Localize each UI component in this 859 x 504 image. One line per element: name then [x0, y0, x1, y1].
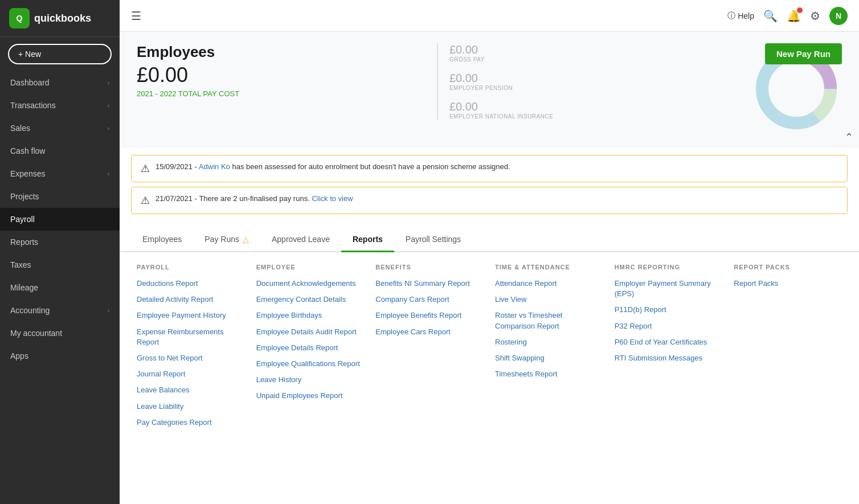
- report-link-1-2[interactable]: Employee Birthdays: [256, 310, 365, 321]
- report-link-0-1[interactable]: Detailed Activity Report: [137, 294, 245, 305]
- report-link-0-4[interactable]: Gross to Net Report: [137, 353, 245, 363]
- report-link-0-0[interactable]: Deductions Report: [137, 278, 245, 289]
- stat-label-1: EMPLOYER PENSION: [449, 85, 553, 91]
- report-link-2-0[interactable]: Benefits NI Summary Report: [375, 278, 484, 289]
- report-link-3-0[interactable]: Attendance Report: [495, 278, 603, 289]
- svg-text:Q: Q: [17, 14, 23, 23]
- help-label: Help: [738, 11, 754, 21]
- new-button[interactable]: + New: [8, 44, 112, 64]
- tab-label-employees: Employees: [142, 235, 182, 244]
- topbar: ☰ ⓘ Help 🔍 🔔 ⚙ N: [120, 0, 859, 32]
- sidebar-item-accounting[interactable]: Accounting›: [0, 299, 120, 322]
- sidebar-item-label: Cash flow: [10, 146, 45, 155]
- report-link-3-5[interactable]: Timesheets Report: [495, 369, 603, 379]
- sidebar-item-expenses[interactable]: Expenses›: [0, 162, 120, 185]
- report-link-4-3[interactable]: P60 End of Year Certificates: [615, 337, 723, 347]
- alert-icon-1: ⚠: [141, 162, 150, 175]
- sidebar-item-reports[interactable]: Reports: [0, 231, 120, 253]
- report-link-4-4[interactable]: RTI Submission Messages: [615, 353, 723, 363]
- sidebar-item-projects[interactable]: Projects: [0, 185, 120, 208]
- stat-label-0: GROSS PAY: [449, 56, 553, 63]
- total-amount: £0.00: [137, 63, 239, 87]
- user-avatar[interactable]: N: [829, 7, 848, 25]
- sidebar-item-label: Reports: [10, 237, 38, 247]
- report-link-4-1[interactable]: P11D(b) Report: [615, 305, 723, 315]
- report-link-1-5[interactable]: Employee Qualifications Report: [256, 359, 365, 369]
- tab-payroll-settings[interactable]: Payroll Settings: [394, 228, 472, 252]
- sidebar-item-sales[interactable]: Sales›: [0, 117, 120, 140]
- brand-name: quickbooks: [34, 13, 91, 24]
- sidebar-item-transactions[interactable]: Transactions›: [0, 94, 120, 117]
- report-link-2-3[interactable]: Employee Cars Report: [375, 327, 484, 337]
- col-header-3: TIME & ATTENDANCE: [495, 264, 603, 271]
- col-header-4: HMRC REPORTING: [615, 264, 723, 271]
- report-link-3-3[interactable]: Rostering: [495, 337, 603, 347]
- report-link-0-6[interactable]: Leave Balances: [137, 385, 245, 395]
- report-link-1-3[interactable]: Employee Details Audit Report: [256, 327, 365, 337]
- report-link-5-0[interactable]: Report Packs: [734, 278, 842, 289]
- sidebar-item-my-accountant[interactable]: My accountant: [0, 322, 120, 345]
- alert-icon-2: ⚠: [141, 194, 150, 207]
- report-link-2-1[interactable]: Company Cars Report: [375, 294, 484, 305]
- sidebar-item-label: My accountant: [10, 329, 62, 338]
- tab-pay-runs[interactable]: Pay Runs△: [193, 228, 260, 252]
- report-link-3-2[interactable]: Roster vs Timesheet Comparison Report: [495, 310, 603, 331]
- sidebar-item-taxes[interactable]: Taxes: [0, 253, 120, 276]
- report-link-3-1[interactable]: Live View: [495, 294, 603, 305]
- report-link-0-2[interactable]: Employee Payment History: [137, 310, 245, 321]
- alert-message-1: has been assessed for auto enrolment but…: [232, 162, 510, 171]
- search-button[interactable]: 🔍: [763, 9, 778, 23]
- alert-item: ⚠ 15/09/2021 - Adwin Ko has been assesse…: [131, 155, 848, 182]
- alerts-section: ⚠ 15/09/2021 - Adwin Ko has been assesse…: [120, 148, 859, 226]
- report-link-0-7[interactable]: Leave Liability: [137, 401, 245, 412]
- report-link-1-1[interactable]: Emergency Contact Details: [256, 294, 365, 305]
- report-link-4-2[interactable]: P32 Report: [615, 321, 723, 331]
- settings-button[interactable]: ⚙: [810, 9, 820, 23]
- report-link-1-4[interactable]: Employee Details Report: [256, 343, 365, 353]
- collapse-button[interactable]: ⌃: [845, 131, 853, 144]
- col-header-5: REPORT PACKS: [734, 264, 842, 271]
- report-link-1-7[interactable]: Unpaid Employees Report: [256, 391, 365, 401]
- sidebar-item-apps[interactable]: Apps: [0, 345, 120, 367]
- sidebar-item-payroll[interactable]: Payroll: [0, 208, 120, 231]
- sidebar-item-dashboard[interactable]: Dashboard›: [0, 71, 120, 94]
- sidebar-item-label: Dashboard: [10, 78, 50, 87]
- notifications-button[interactable]: 🔔: [787, 9, 801, 23]
- report-link-2-2[interactable]: Employee Benefits Report: [375, 310, 484, 321]
- report-link-0-8[interactable]: Pay Categories Report: [137, 417, 245, 428]
- alert-text-2: 21/07/2021 - There are 2 un-finalised pa…: [156, 194, 353, 203]
- report-link-0-3[interactable]: Expense Reimbursements Report: [137, 327, 245, 347]
- stat-item-1: £0.00EMPLOYER PENSION: [449, 72, 553, 91]
- report-link-1-0[interactable]: Document Acknowledgements: [256, 278, 365, 289]
- chevron-icon: ›: [108, 308, 109, 314]
- alert-link-1[interactable]: Adwin Ko: [199, 162, 230, 171]
- report-link-1-6[interactable]: Leave History: [256, 375, 365, 385]
- chevron-icon: ›: [108, 103, 109, 109]
- main-content: ☰ ⓘ Help 🔍 🔔 ⚙ N Employees £0.00 2021 - …: [120, 0, 859, 504]
- report-link-0-5[interactable]: Journal Report: [137, 369, 245, 379]
- col-header-0: PAYROLL: [137, 264, 245, 271]
- alert-link-2[interactable]: Click to view: [312, 194, 353, 203]
- sidebar-item-label: Apps: [10, 351, 28, 360]
- tab-employees[interactable]: Employees: [131, 228, 193, 252]
- sidebar-item-label: Taxes: [10, 260, 31, 269]
- stat-item-0: £0.00GROSS PAY: [449, 43, 553, 63]
- stat-label-2: EMPLOYER NATIONAL INSURANCE: [449, 113, 553, 120]
- alert-item-2: ⚠ 21/07/2021 - There are 2 un-finalised …: [131, 187, 848, 214]
- sidebar-item-mileage[interactable]: Mileage: [0, 276, 120, 299]
- report-link-4-0[interactable]: Employer Payment Summary (EPS): [615, 278, 723, 299]
- alert-text-1: 15/09/2021 - Adwin Ko has been assessed …: [156, 162, 510, 171]
- sidebar-header: Q quickbooks: [0, 0, 120, 37]
- tab-reports[interactable]: Reports: [341, 228, 394, 252]
- sidebar-item-cashflow[interactable]: Cash flow: [0, 140, 120, 162]
- col-header-1: EMPLOYEE: [256, 264, 365, 271]
- report-link-3-4[interactable]: Shift Swapping: [495, 353, 603, 363]
- new-pay-run-button[interactable]: New Pay Run: [765, 43, 842, 64]
- stat-value-0: £0.00: [449, 43, 553, 56]
- report-column-3: TIME & ATTENDANCEAttendance ReportLive V…: [495, 264, 603, 433]
- sidebar-nav: Dashboard›Transactions›Sales›Cash flowEx…: [0, 71, 120, 367]
- hamburger-menu[interactable]: ☰: [131, 9, 141, 23]
- tab-approved-leave[interactable]: Approved Leave: [260, 228, 341, 252]
- header-left: Employees £0.00 2021 - 2022 TOTAL PAY CO…: [137, 43, 239, 98]
- help-button[interactable]: ⓘ Help: [727, 11, 754, 21]
